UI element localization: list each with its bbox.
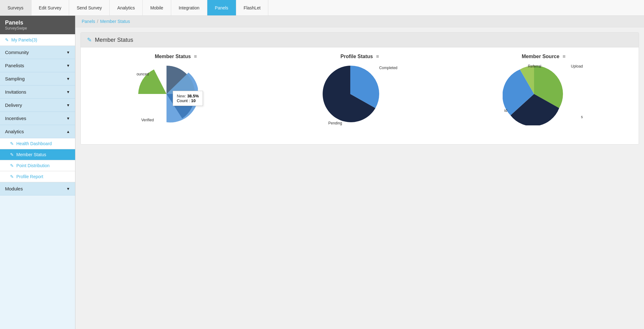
profile-report-label: Profile Report xyxy=(16,174,43,179)
chevron-down-icon: ▼ xyxy=(66,187,70,191)
chart-member-source-title-row: Member Source ≡ xyxy=(455,54,632,59)
nav-analytics[interactable]: Analytics xyxy=(110,0,143,15)
chevron-down-icon: ▼ xyxy=(66,77,70,81)
sidebar-modules-label: Modules xyxy=(5,186,23,191)
chevron-down-icon: ▼ xyxy=(66,116,70,121)
health-dashboard-icon: ✎ xyxy=(10,141,14,146)
chevron-down-icon: ▼ xyxy=(66,103,70,107)
profile-report-icon: ✎ xyxy=(10,174,14,179)
sidebar-item-sampling[interactable]: Sampling ▼ xyxy=(0,72,75,85)
sidebar-sub-profile-report[interactable]: ✎ Profile Report xyxy=(0,171,75,182)
point-distribution-icon: ✎ xyxy=(10,163,14,168)
page-card: ✎ Member Status Member Status ≡ xyxy=(80,32,639,145)
nav-flashlet[interactable]: FlashLet xyxy=(236,0,269,15)
sidebar-my-panels[interactable]: ✎ My Panels(3) xyxy=(0,34,75,46)
nav-send-survey[interactable]: Send Survey xyxy=(69,0,110,15)
chevron-down-icon: ▼ xyxy=(66,50,70,55)
page-title: Member Status xyxy=(95,37,133,43)
pie-label-completed: Completed xyxy=(379,66,397,70)
sidebar-sub-point-distribution[interactable]: ✎ Point Distribution xyxy=(0,160,75,171)
chart-profile-status-title: Profile Status xyxy=(341,54,373,59)
nav-panels[interactable]: Panels xyxy=(207,0,236,15)
sidebar-delivery-label: Delivery xyxy=(5,102,22,108)
chart-member-status-title: Member Status xyxy=(155,54,191,59)
chart-profile-status-menu-icon[interactable]: ≡ xyxy=(376,54,379,59)
member-status-icon: ✎ xyxy=(10,152,14,157)
chart-profile-status-title-row: Profile Status ≡ xyxy=(271,54,448,59)
chart-member-status-title-row: Member Status ≡ xyxy=(87,54,265,59)
point-distribution-label: Point Distribution xyxy=(16,163,50,168)
chart-profile-status: Profile Status ≡ Completed Pending xyxy=(271,54,448,138)
pie-label-id: id xyxy=(504,108,507,113)
my-panels-icon: ✎ xyxy=(5,37,9,42)
chart-member-source-menu-icon[interactable]: ≡ xyxy=(563,54,565,59)
sidebar-panelists-label: Panelists xyxy=(5,63,24,68)
sidebar-invitations-label: Invitations xyxy=(5,89,26,95)
page-content: ✎ Member Status Member Status ≡ xyxy=(75,27,644,329)
pie-label-s: s xyxy=(581,115,583,119)
my-panels-label: My Panels(3) xyxy=(11,37,37,42)
pie-label-pending: Pending xyxy=(328,121,342,125)
top-navigation: Surveys Edit Survey Send Survey Analytic… xyxy=(0,0,644,16)
sidebar-item-panelists[interactable]: Panelists ▼ xyxy=(0,59,75,72)
content-area: Panels / Member Status ✎ Member Status M… xyxy=(75,16,644,329)
sidebar-item-invitations[interactable]: Invitations ▼ xyxy=(0,85,75,99)
pie-profile-status-svg xyxy=(319,63,382,125)
pie-profile-status-container: Completed Pending xyxy=(319,63,401,138)
sidebar-item-incentives[interactable]: Incentives ▼ xyxy=(0,112,75,125)
chart-member-source-title: Member Source xyxy=(522,54,559,59)
pie-label-referral: Referral xyxy=(528,64,541,69)
sidebar-sampling-label: Sampling xyxy=(5,76,25,81)
nav-surveys[interactable]: Surveys xyxy=(0,0,31,15)
sidebar-item-delivery[interactable]: Delivery ▼ xyxy=(0,99,75,112)
sidebar-sub-health-dashboard[interactable]: ✎ Health Dashboard xyxy=(0,138,75,149)
sidebar-item-community[interactable]: Community ▼ xyxy=(0,46,75,59)
chart-member-source: Member Source ≡ xyxy=(455,54,632,138)
breadcrumb-separator: / xyxy=(97,19,98,24)
charts-row: Member Status ≡ xyxy=(81,47,639,144)
pie-member-source-container: Referral Upload id s xyxy=(503,63,584,138)
chart-member-status: Member Status ≡ xyxy=(87,54,265,138)
pie-label-verified: Verified xyxy=(141,118,154,122)
sidebar-item-modules[interactable]: Modules ▼ xyxy=(0,182,75,195)
sidebar-analytics-label: Analytics xyxy=(5,129,24,134)
main-layout: Panels SurveySwipe ✎ My Panels(3) Commun… xyxy=(0,16,644,329)
breadcrumb-panels[interactable]: Panels xyxy=(82,19,95,24)
chart-member-status-menu-icon[interactable]: ≡ xyxy=(194,54,197,59)
member-status-label: Member Status xyxy=(16,152,46,157)
pie-label-ounced: ounced xyxy=(137,72,149,76)
pie-member-status-container: ounced Verified New: 38.5% Count : 10 xyxy=(135,63,217,138)
nav-edit-survey[interactable]: Edit Survey xyxy=(31,0,69,15)
pie-label-upload: Upload xyxy=(571,64,583,69)
breadcrumb-member-status: Member Status xyxy=(100,19,130,24)
page-card-header: ✎ Member Status xyxy=(81,33,639,47)
app-subtitle: SurveySwipe xyxy=(5,26,70,30)
app-title: Panels xyxy=(5,19,70,26)
nav-mobile[interactable]: Mobile xyxy=(143,0,171,15)
health-dashboard-label: Health Dashboard xyxy=(16,141,52,146)
page-header-edit-icon: ✎ xyxy=(87,36,92,43)
sidebar-incentives-label: Incentives xyxy=(5,116,26,121)
sidebar-header: Panels SurveySwipe xyxy=(0,16,75,34)
breadcrumb: Panels / Member Status xyxy=(75,16,644,27)
chevron-up-icon: ▲ xyxy=(66,129,70,134)
chevron-down-icon: ▼ xyxy=(66,63,70,68)
sidebar-community-label: Community xyxy=(5,50,29,55)
chevron-down-icon: ▼ xyxy=(66,90,70,94)
pie-member-source-svg xyxy=(503,63,565,125)
sidebar: Panels SurveySwipe ✎ My Panels(3) Commun… xyxy=(0,16,75,329)
sidebar-sub-member-status[interactable]: ✎ Member Status xyxy=(0,149,75,160)
sidebar-item-analytics[interactable]: Analytics ▲ xyxy=(0,125,75,138)
nav-integration[interactable]: Integration xyxy=(171,0,207,15)
